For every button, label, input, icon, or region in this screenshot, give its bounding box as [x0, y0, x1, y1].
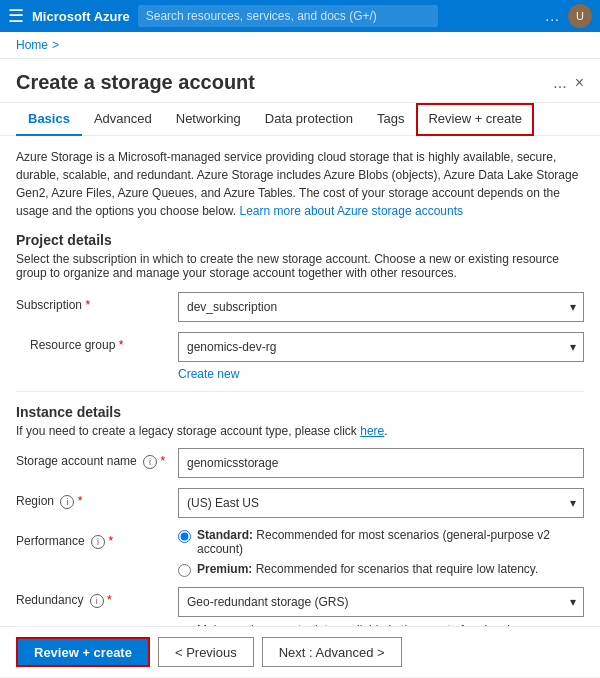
create-storage-panel: Create a storage account ... × Basics Ad… — [0, 59, 600, 677]
region-info-icon[interactable]: i — [60, 495, 74, 509]
resource-group-row: Resource group * genomics-dev-rg Create … — [16, 332, 584, 381]
panel-header: Create a storage account ... × — [0, 59, 600, 103]
region-required: * — [78, 494, 83, 508]
storage-name-info-icon[interactable]: i — [143, 455, 157, 469]
redundancy-checkbox-row: Make read access to data available in th… — [178, 623, 584, 626]
project-details-desc: Select the subscription in which to crea… — [16, 252, 584, 280]
region-row: Region i * (US) East US — [16, 488, 584, 518]
performance-premium-label: Premium: Recommended for scenarios that … — [197, 562, 538, 576]
resource-group-required: * — [119, 338, 124, 352]
subscription-control: dev_subscription — [178, 292, 584, 322]
create-new-link[interactable]: Create new — [178, 367, 239, 381]
storage-name-row: Storage account name i * — [16, 448, 584, 478]
performance-control: Standard: Recommended for most scenarios… — [178, 528, 584, 577]
breadcrumb: Home > — [0, 32, 600, 59]
redundancy-info-icon[interactable]: i — [90, 594, 104, 608]
redundancy-label: Redundancy i * — [16, 587, 166, 608]
performance-label: Performance i * — [16, 528, 166, 549]
titlebar-right: ... U — [545, 4, 592, 28]
panel-more-icon[interactable]: ... — [553, 74, 566, 92]
performance-standard-radio[interactable] — [178, 530, 191, 543]
project-details-section: Project details Select the subscription … — [16, 232, 584, 381]
read-access-label: Make read access to data available in th… — [197, 623, 584, 626]
content-area: Azure Storage is a Microsoft-managed ser… — [0, 136, 600, 626]
redundancy-select-wrapper: Geo-redundant storage (GRS) — [178, 587, 584, 617]
panel-title: Create a storage account — [16, 71, 545, 94]
review-create-button[interactable]: Review + create — [16, 637, 150, 667]
panel-close-icon[interactable]: × — [575, 74, 584, 92]
performance-row: Performance i * Standard: Recommended fo… — [16, 528, 584, 577]
breadcrumb-sep: > — [52, 38, 59, 52]
performance-premium-radio[interactable] — [178, 564, 191, 577]
performance-radio-group: Standard: Recommended for most scenarios… — [178, 528, 584, 577]
instance-details-title: Instance details — [16, 404, 584, 420]
performance-premium-option: Premium: Recommended for scenarios that … — [178, 562, 584, 577]
region-select[interactable]: (US) East US — [178, 488, 584, 518]
tab-networking[interactable]: Networking — [164, 103, 253, 136]
redundancy-required: * — [107, 593, 112, 607]
more-options-icon[interactable]: ... — [545, 8, 560, 24]
tab-data-protection[interactable]: Data protection — [253, 103, 365, 136]
storage-name-required: * — [160, 454, 165, 468]
tab-advanced[interactable]: Advanced — [82, 103, 164, 136]
instance-note: If you need to create a legacy storage a… — [16, 424, 584, 438]
learn-more-link[interactable]: Learn more about Azure storage accounts — [240, 204, 463, 218]
azure-logo: Microsoft Azure — [32, 9, 130, 24]
avatar[interactable]: U — [568, 4, 592, 28]
project-details-title: Project details — [16, 232, 584, 248]
storage-name-label: Storage account name i * — [16, 448, 166, 469]
menu-icon[interactable]: ☰ — [8, 5, 24, 27]
subscription-select-wrapper: dev_subscription — [178, 292, 584, 322]
tabs: Basics Advanced Networking Data protecti… — [0, 103, 600, 136]
section-divider — [16, 391, 584, 392]
legacy-link[interactable]: here — [360, 424, 384, 438]
previous-button[interactable]: < Previous — [158, 637, 254, 667]
resource-group-label: Resource group * — [16, 332, 166, 352]
performance-info-icon[interactable]: i — [91, 535, 105, 549]
breadcrumb-home[interactable]: Home — [16, 38, 48, 52]
redundancy-select[interactable]: Geo-redundant storage (GRS) — [178, 587, 584, 617]
region-label: Region i * — [16, 488, 166, 509]
storage-name-input[interactable] — [178, 448, 584, 478]
tab-review-create[interactable]: Review + create — [416, 103, 534, 136]
tab-tags[interactable]: Tags — [365, 103, 416, 136]
description-text: Azure Storage is a Microsoft-managed ser… — [16, 148, 584, 220]
instance-details-section: Instance details If you need to create a… — [16, 404, 584, 626]
search-input[interactable] — [138, 5, 438, 27]
resource-group-select[interactable]: genomics-dev-rg — [178, 332, 584, 362]
tab-basics[interactable]: Basics — [16, 103, 82, 136]
subscription-row: Subscription * dev_subscription — [16, 292, 584, 322]
performance-standard-option: Standard: Recommended for most scenarios… — [178, 528, 584, 556]
performance-required: * — [108, 534, 113, 548]
subscription-label: Subscription * — [16, 292, 166, 312]
redundancy-control: Geo-redundant storage (GRS) Make read ac… — [178, 587, 584, 626]
titlebar: ☰ Microsoft Azure ... U — [0, 0, 600, 32]
storage-name-control — [178, 448, 584, 478]
region-select-wrapper: (US) East US — [178, 488, 584, 518]
subscription-select[interactable]: dev_subscription — [178, 292, 584, 322]
resource-group-control: genomics-dev-rg Create new — [178, 332, 584, 381]
next-advanced-button[interactable]: Next : Advanced > — [262, 637, 402, 667]
redundancy-row: Redundancy i * Geo-redundant storage (GR… — [16, 587, 584, 626]
resource-group-select-wrapper: genomics-dev-rg — [178, 332, 584, 362]
region-control: (US) East US — [178, 488, 584, 518]
subscription-required: * — [85, 298, 90, 312]
performance-standard-label: Standard: Recommended for most scenarios… — [197, 528, 584, 556]
footer: Review + create < Previous Next : Advanc… — [0, 626, 600, 677]
